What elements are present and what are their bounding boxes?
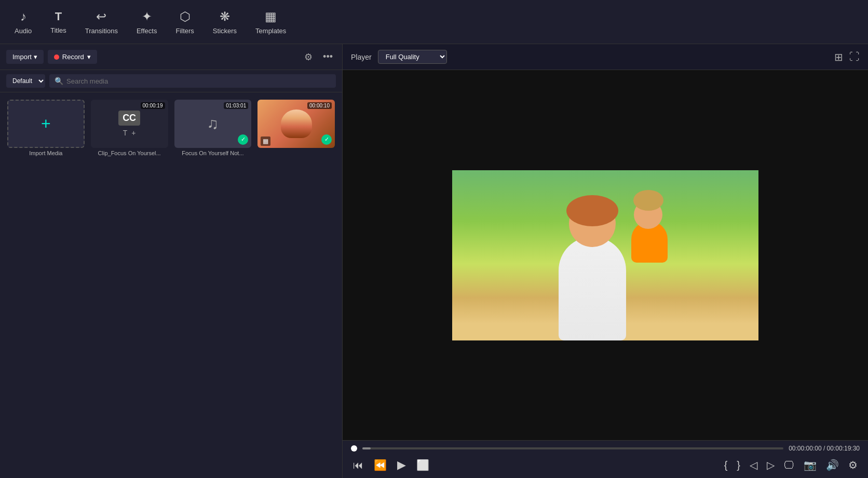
mark-out-button[interactable]: } [735,457,742,473]
toolbar-transitions-label: Transitions [85,27,118,35]
thumb-card-wrap: 00:00:10 ▦ ✓ [257,100,335,156]
cc-card-wrap: CC T + 00:00:19 Clip_Focus On Yoursel... [91,100,168,156]
stickers-icon: ❋ [220,9,230,24]
progress-track[interactable] [362,447,783,449]
player-label: Player [351,53,372,61]
toolbar-stickers-label: Stickers [213,27,237,35]
toolbar-filters-label: Filters [175,27,194,35]
toolbar-item-templates[interactable]: ▦ Templates [246,5,295,39]
music-media-card[interactable]: ♫ 01:03:01 ✓ [174,100,252,148]
volume-button[interactable]: 🔊 [824,457,841,473]
titles-icon: T [55,10,62,23]
search-bar: Default 🔍 [0,70,342,92]
video-preview [343,70,868,440]
import-label: Import [12,53,32,61]
cc-box: CC [118,111,140,126]
time-display: 00:00:00:00 / 00:00:19:30 [789,445,860,452]
screen-capture-button[interactable]: 🖵 [782,457,796,473]
search-input[interactable] [66,77,331,85]
add-icon: + [131,129,135,137]
main-layout: Import ▾ Record ▾ ⚙ ••• Default 🔍 [0,44,868,478]
step-back-button[interactable]: ⏮ [351,457,365,473]
music-note-icon: ♫ [207,115,219,132]
music-duration: 01:03:01 [224,102,248,109]
mark-right-button[interactable]: ▷ [765,457,777,473]
thumb-media-card[interactable]: 00:00:10 ▦ ✓ [257,100,335,148]
thumb-check-badge: ✓ [321,134,332,145]
search-input-wrap: 🔍 [49,74,336,88]
current-time: 00:00:00:00 [789,445,821,452]
more-options-button[interactable]: ••• [320,49,336,64]
left-panel-top-bar: Import ▾ Record ▾ ⚙ ••• [0,44,342,70]
text-format-icon: T [123,129,128,137]
record-dot-icon [54,54,59,60]
snapshot-button[interactable]: 📷 [802,457,819,473]
default-select[interactable]: Default [6,74,45,88]
import-media-card[interactable]: + [7,100,85,148]
templates-icon: ▦ [265,9,277,24]
total-time: 00:00:19:30 [827,445,860,452]
preview-scene [452,170,758,340]
mark-options-button[interactable]: ◁ [748,457,760,473]
preview-image [452,170,758,340]
progress-dot [351,445,357,452]
search-icon: 🔍 [55,77,63,85]
left-panel: Import ▾ Record ▾ ⚙ ••• Default 🔍 [0,44,343,478]
play-button[interactable]: ▶ [395,456,408,474]
import-chevron-icon: ▾ [34,53,37,61]
frame-back-button[interactable]: ⏪ [372,457,389,473]
import-media-card-wrap: + Import Media [7,100,85,156]
record-chevron-icon: ▾ [87,53,91,61]
record-label: Record [62,53,84,61]
effects-icon: ✦ [142,9,152,24]
top-toolbar: ♪ Audio T Titles ↩ Transitions ✦ Effects… [0,0,868,44]
import-button[interactable]: Import ▾ [6,50,44,64]
music-card-wrap: ♫ 01:03:01 ✓ Focus On Yourself Not... [174,100,252,156]
settings-button[interactable]: ⚙ [846,457,860,473]
toolbar-item-transitions[interactable]: ↩ Transitions [76,5,127,39]
media-grid: + Import Media CC T + 00:00:19 Clip_F [0,92,342,163]
cc-icons: T + [123,129,136,137]
toolbar-item-titles[interactable]: T Titles [41,6,76,38]
grid-view-button[interactable]: ⊞ [834,51,843,63]
toolbar-item-audio[interactable]: ♪ Audio [5,5,41,39]
toolbar-item-stickers[interactable]: ❋ Stickers [204,5,246,39]
right-panel: Player Full Quality High Quality Medium … [343,44,868,478]
controls-row: ⏮ ⏪ ▶ ⬜ { } ◁ ▷ 🖵 📷 🔊 ⚙ [351,456,860,474]
cc-duration: 00:00:19 [141,102,165,109]
progress-fill [362,447,371,449]
toolbar-templates-label: Templates [255,27,286,35]
import-media-label: Import Media [7,150,85,156]
mark-in-button[interactable]: { [722,457,730,473]
plus-icon: + [41,114,51,133]
toolbar-item-effects[interactable]: ✦ Effects [127,5,167,39]
cc-label: Clip_Focus On Yoursel... [91,150,168,156]
thumb-duration: 00:00:10 [307,102,332,109]
progress-row: 00:00:00:00 / 00:00:19:30 [351,445,860,452]
stop-button[interactable]: ⬜ [414,457,431,473]
toolbar-titles-label: Titles [50,26,66,34]
transitions-icon: ↩ [96,9,106,24]
film-icon: ▦ [261,136,270,146]
toolbar-item-filters[interactable]: ⬡ Filters [166,5,203,39]
filters-icon: ⬡ [180,9,191,24]
player-controls-bar: 00:00:00:00 / 00:00:19:30 ⏮ ⏪ ▶ ⬜ { } ◁ … [343,440,868,478]
filter-button[interactable]: ⚙ [301,49,316,65]
player-header: Player Full Quality High Quality Medium … [343,44,868,70]
audio-icon: ♪ [20,9,26,24]
toolbar-audio-label: Audio [15,27,32,35]
music-label: Focus On Yourself Not... [174,150,252,156]
time-separator: / [823,445,827,452]
fullscreen-button[interactable]: ⛶ [849,51,860,63]
ctrl-right: { } ◁ ▷ 🖵 📷 🔊 ⚙ [722,457,860,473]
quality-select[interactable]: Full Quality High Quality Medium Quality… [378,50,447,64]
record-button[interactable]: Record ▾ [48,50,97,64]
cc-media-card[interactable]: CC T + 00:00:19 [91,100,168,148]
toolbar-effects-label: Effects [137,27,157,35]
